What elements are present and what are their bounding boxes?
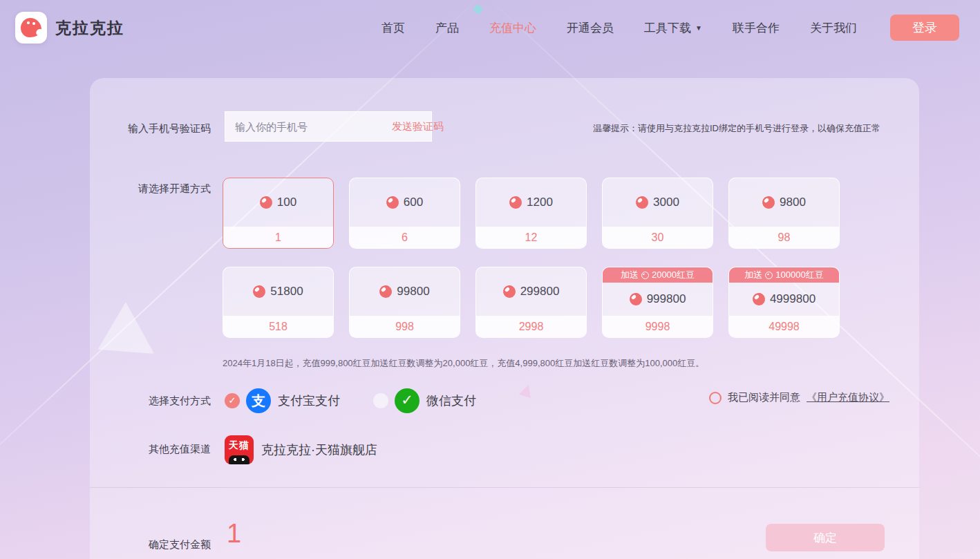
package-card-100[interactable]: 100 1	[223, 178, 334, 249]
bean-outline-icon	[765, 272, 773, 279]
tmall-channel[interactable]: 天猫 克拉克拉·天猫旗舰店	[225, 435, 377, 464]
package-beans: 1200	[527, 196, 553, 209]
package-price: 49998	[729, 316, 839, 337]
red-bean-icon	[628, 292, 643, 306]
nav-item-home[interactable]: 首页	[381, 20, 405, 36]
package-card-299800[interactable]: 299800 2998	[475, 267, 587, 338]
login-button[interactable]: 登录	[890, 15, 959, 41]
packages-section-label: 请选择开通方式	[90, 182, 211, 196]
red-bean-icon	[508, 195, 522, 209]
package-price: 12	[476, 227, 586, 248]
package-beans: 100	[277, 196, 296, 209]
package-card-99800[interactable]: 99800 998	[349, 267, 460, 338]
payment-amount: 1	[227, 519, 241, 549]
bonus-badge: 加送 100000红豆	[729, 267, 839, 283]
red-bean-icon	[761, 195, 775, 209]
package-beans: 51800	[270, 285, 303, 299]
red-bean-icon	[379, 284, 393, 299]
package-card-1200[interactable]: 1200 12	[475, 178, 587, 249]
footer-divider	[90, 487, 919, 488]
alipay-radio-checked-icon[interactable]: ✓	[225, 393, 240, 408]
brand-logo[interactable]: 克拉克拉	[15, 12, 124, 44]
nav-item-about-us[interactable]: 关于我们	[810, 20, 857, 36]
package-beans: 3000	[653, 196, 679, 209]
red-bean-icon	[385, 195, 399, 209]
tmall-icon: 天猫	[225, 435, 254, 464]
package-beans: 9800	[780, 196, 806, 209]
alipay-label[interactable]: 支付宝支付	[278, 392, 340, 409]
wechat-label[interactable]: 微信支付	[426, 392, 476, 409]
recharge-agreement-link[interactable]: 《用户充值协议》	[807, 391, 889, 404]
agreement-radio[interactable]	[709, 392, 722, 404]
package-beans: 999800	[647, 292, 686, 306]
send-verification-code-button[interactable]: 发送验证码	[382, 120, 453, 133]
login-tip-text: 温馨提示：请使用与克拉克拉ID绑定的手机号进行登录，以确保充值正常	[593, 122, 890, 135]
red-bean-icon	[252, 284, 267, 299]
payment-section-label: 选择支付方式	[90, 395, 211, 408]
phone-section-label: 输入手机号验证码	[90, 122, 211, 135]
red-bean-icon	[751, 292, 766, 306]
package-beans: 4999800	[770, 292, 816, 306]
package-card-600[interactable]: 600 6	[349, 178, 460, 249]
nav-item-cooperation[interactable]: 联手合作	[733, 20, 780, 36]
amount-label: 确定支付金额	[90, 538, 211, 551]
bonus-badge: 加送 20000红豆	[603, 267, 713, 283]
package-price: 998	[350, 316, 460, 337]
wechat-radio-unchecked-icon[interactable]	[373, 393, 388, 408]
package-grid: 100 1 600 6 1200 12 3000 30 9800 98 5180…	[223, 178, 840, 338]
confirm-button[interactable]: 确定	[766, 524, 885, 551]
package-price: 30	[603, 227, 713, 248]
agreement-text: 我已阅读并同意	[728, 391, 800, 404]
agreement-row: 我已阅读并同意 《用户充值协议》	[709, 391, 889, 404]
wechat-pay-icon: ✓	[395, 388, 420, 413]
phone-number-input[interactable]	[225, 112, 382, 141]
top-navbar: 克拉克拉 首页 产品 充值中心 开通会员 工具下载 ▼ 联手合作 关于我们 登录	[0, 0, 980, 55]
package-price: 9998	[603, 316, 713, 337]
payment-methods: ✓ 支 支付宝支付 ✓ 微信支付	[225, 386, 476, 416]
kilakila-logo-icon	[15, 12, 47, 44]
tmall-store-name: 克拉克拉·天猫旗舰店	[261, 442, 377, 458]
package-beans: 99800	[397, 285, 429, 299]
package-card-4999800[interactable]: 加送 100000红豆 4999800 49998	[728, 267, 840, 338]
nav-item-membership[interactable]: 开通会员	[567, 20, 614, 36]
package-beans: 299800	[520, 285, 560, 299]
phone-input-group: 发送验证码	[225, 111, 432, 142]
main-nav: 首页 产品 充值中心 开通会员 工具下载 ▼ 联手合作 关于我们	[381, 0, 857, 55]
package-card-999800[interactable]: 加送 20000红豆 999800 9998	[602, 267, 713, 338]
nav-item-tools-download[interactable]: 工具下载 ▼	[644, 20, 702, 36]
package-card-3000[interactable]: 3000 30	[602, 178, 713, 249]
package-price: 2998	[476, 316, 586, 337]
package-price: 6	[350, 227, 460, 248]
red-bean-icon	[634, 195, 649, 209]
recharge-panel: 输入手机号验证码 发送验证码 温馨提示：请使用与克拉克拉ID绑定的手机号进行登录…	[90, 78, 919, 559]
red-bean-icon	[258, 195, 273, 209]
channel-section-label: 其他充值渠道	[90, 443, 211, 456]
red-bean-icon	[502, 284, 516, 299]
package-card-51800[interactable]: 51800 518	[223, 267, 334, 338]
alipay-icon: 支	[246, 388, 271, 413]
bonus-adjustment-note: 2024年1月18日起，充值999,800红豆加送红豆数调整为20,000红豆，…	[223, 357, 704, 370]
package-price: 98	[729, 227, 839, 248]
chevron-down-icon: ▼	[695, 24, 702, 32]
package-price: 518	[223, 316, 333, 337]
package-card-9800[interactable]: 9800 98	[728, 178, 840, 249]
bean-outline-icon	[641, 272, 649, 279]
nav-item-recharge-center[interactable]: 充值中心	[489, 20, 536, 36]
package-beans: 600	[404, 196, 423, 209]
nav-item-products[interactable]: 产品	[435, 20, 459, 36]
brand-name: 克拉克拉	[55, 17, 124, 39]
package-price: 1	[223, 227, 333, 248]
